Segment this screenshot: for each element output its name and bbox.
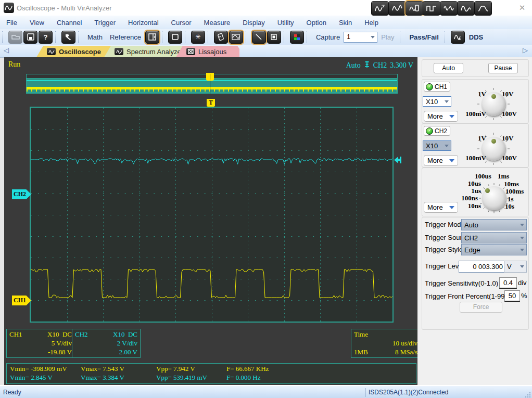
- math-button[interactable]: Math: [87, 33, 103, 41]
- toolbar-separator: [78, 31, 82, 43]
- trigger-readout: Auto CH2 3.300 V: [346, 60, 413, 70]
- trigger-front-input[interactable]: [504, 290, 520, 302]
- ch2-coupling: DC: [128, 330, 137, 338]
- menu-cursor[interactable]: Cursor: [165, 19, 198, 27]
- square-wave-app-icon[interactable]: [423, 1, 440, 16]
- trigger-level-unit-select[interactable]: V: [504, 261, 527, 273]
- trigger-style-select[interactable]: Edge: [461, 244, 527, 255]
- collapse-button[interactable]: ✳: [191, 31, 205, 44]
- save-button[interactable]: [23, 31, 37, 44]
- tab-lissajous-label: Lissajous: [198, 48, 226, 56]
- ch1-knob-indicator: [491, 94, 496, 99]
- run-status: Run: [8, 60, 20, 69]
- pause-button[interactable]: Pause: [488, 63, 518, 73]
- passfail-button[interactable]: Pass/Fail: [409, 33, 438, 41]
- full-screen-button[interactable]: [168, 31, 182, 44]
- wave-app-icon[interactable]: [388, 1, 406, 16]
- stop-button[interactable]: [267, 31, 281, 44]
- menu-help[interactable]: Help: [358, 19, 385, 27]
- trigger-mode-select[interactable]: Auto: [461, 219, 527, 230]
- trigger-readout-level: 3.300 V: [390, 61, 413, 70]
- ch1-more-label: More: [427, 112, 443, 120]
- dropdown-arrow-icon: [449, 206, 454, 209]
- ch1-vpp: Vpp= 7.942 V: [156, 365, 195, 373]
- menu-view[interactable]: View: [23, 19, 50, 27]
- app-icon: [4, 3, 14, 13]
- sample-rate: 8 MSa/s: [395, 348, 417, 356]
- trigger-mode-label: Trigger Mode: [425, 221, 465, 228]
- ch2-more-button[interactable]: More: [424, 155, 458, 166]
- side-panel-toggle-button[interactable]: [145, 31, 159, 44]
- toolbar-separator: [208, 31, 211, 43]
- ch1-probe-select[interactable]: X10: [423, 96, 451, 107]
- reference-button[interactable]: Reference: [110, 33, 141, 41]
- measurement-panel: Vmin= -398.909 mV Vmax= 7.543 V Vpp= 7.9…: [6, 363, 416, 384]
- ch2-position-marker[interactable]: CH2: [12, 189, 31, 199]
- play-button[interactable]: Play: [381, 33, 394, 41]
- time-label-100ns: 100ns: [458, 194, 478, 202]
- waveform-screen-button[interactable]: [229, 31, 243, 44]
- ch1-more-button[interactable]: More: [424, 111, 458, 122]
- force-trigger-button[interactable]: Force: [460, 302, 502, 313]
- menu-option[interactable]: Option: [300, 19, 333, 27]
- menu-display[interactable]: Display: [236, 19, 271, 27]
- menu-skin[interactable]: Skin: [333, 19, 358, 27]
- menu-horizontal[interactable]: Horizontal: [122, 19, 165, 27]
- tool-hammer-button[interactable]: [61, 31, 75, 44]
- burst-wave-app-icon[interactable]: [440, 1, 458, 16]
- toolbar-separator: [400, 31, 403, 43]
- time-label-100ms: 100ms: [505, 187, 524, 196]
- scope-display: Run Auto CH2 3.300 V T CH2 CH1 CH1X10 DC: [4, 57, 417, 385]
- dds-button[interactable]: DDS: [469, 33, 483, 41]
- color-palette-button[interactable]: [290, 31, 304, 44]
- time-more-button[interactable]: More: [424, 202, 458, 213]
- menu-utility[interactable]: Utility: [271, 19, 300, 27]
- menu-measure[interactable]: Measure: [198, 19, 237, 27]
- trigger-readout-mode: Auto: [346, 61, 361, 70]
- tab-oscilloscope-label: Oscilloscope: [59, 48, 101, 56]
- tab-lissajous[interactable]: Lissajous: [176, 46, 239, 57]
- capture-count-select[interactable]: 1: [344, 32, 377, 43]
- auto-button[interactable]: Auto: [434, 63, 463, 73]
- trigger-level-input[interactable]: [459, 261, 505, 273]
- menu-channel[interactable]: Channel: [50, 19, 88, 27]
- trigger-position-marker-overview[interactable]: [206, 73, 214, 81]
- ch1-enable-button[interactable]: CH1: [424, 82, 450, 92]
- ch1-knob-label-100v: 100V: [502, 110, 517, 118]
- tab-scroll-right-icon[interactable]: ▷: [523, 46, 528, 54]
- trigger-level-unit: V: [504, 263, 520, 271]
- tab-spectrum-label: Spectrum Analyzer: [126, 48, 183, 56]
- damped-wave-app-icon[interactable]: [457, 1, 475, 16]
- time-label-10s: 10s: [505, 202, 514, 211]
- waveform-plot[interactable]: [30, 107, 394, 323]
- tab-scroll-left-icon[interactable]: ◁: [4, 46, 9, 54]
- device-wave-app-icon[interactable]: [406, 1, 423, 16]
- help-button[interactable]: ?: [39, 31, 53, 44]
- ch2-enable-button[interactable]: CH2: [424, 126, 450, 136]
- menu-file[interactable]: File: [0, 19, 23, 27]
- ch2-probe: X10: [113, 330, 124, 338]
- line-draw-button[interactable]: [252, 31, 266, 44]
- capture-label: Capture: [316, 33, 340, 41]
- scope-app-icon[interactable]: [371, 1, 389, 16]
- ch1-position-marker[interactable]: CH1: [12, 296, 31, 305]
- device-button[interactable]: [214, 31, 228, 44]
- trigger-edge-icon: [364, 60, 370, 70]
- dds-icon: [451, 31, 465, 44]
- open-button[interactable]: [8, 31, 22, 44]
- ch2-more-label: More: [427, 157, 443, 164]
- time-title: Time: [354, 330, 417, 339]
- chevron-down-icon: [371, 36, 375, 38]
- resize-grip[interactable]: [524, 391, 531, 398]
- ch1-enable-label: CH1: [435, 83, 447, 91]
- trigger-level-marker[interactable]: [394, 156, 402, 166]
- menu-trigger[interactable]: Trigger: [88, 19, 122, 27]
- window-title: Oscilloscope - Multi VirAnalyzer: [17, 4, 112, 12]
- toolbar-separator: [307, 31, 310, 43]
- ch2-probe-select[interactable]: X10: [423, 140, 451, 151]
- pulse-app-icon[interactable]: [474, 1, 492, 16]
- trigger-source-select[interactable]: CH2: [461, 232, 527, 243]
- ch2-led-icon: [426, 127, 433, 135]
- trigger-sensitivity-input[interactable]: [499, 277, 517, 289]
- close-button[interactable]: ✕: [515, 2, 529, 14]
